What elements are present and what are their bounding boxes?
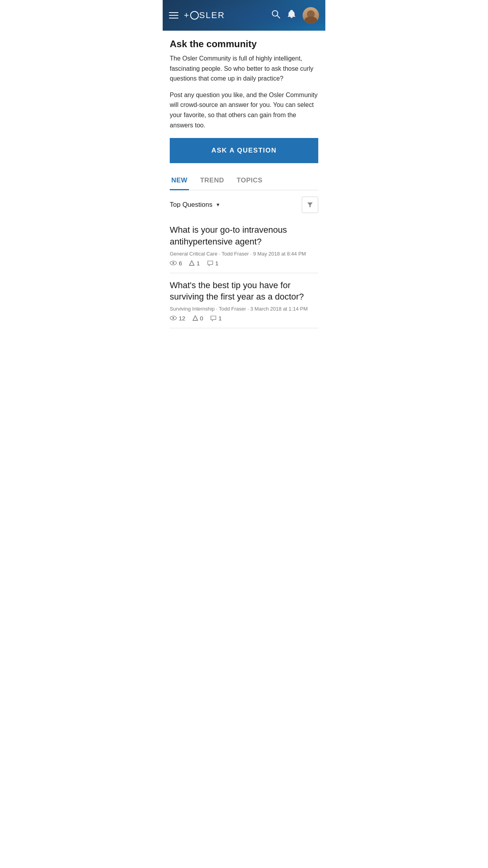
tab-new[interactable]: NEW xyxy=(170,173,189,190)
svg-point-7 xyxy=(172,317,174,319)
comment-count: 1 xyxy=(207,260,218,267)
svg-line-1 xyxy=(277,16,280,18)
tab-topics[interactable]: TOPICS xyxy=(235,173,264,190)
header-left: +SLER xyxy=(169,10,225,20)
view-count: 12 xyxy=(170,315,185,322)
ask-question-button[interactable]: ASK A QUESTION xyxy=(170,138,318,163)
filter-funnel-icon xyxy=(306,201,314,208)
svg-marker-8 xyxy=(193,316,198,320)
description-2: Post any question you like, and the Osle… xyxy=(170,90,318,130)
question-meta: Surviving Internship · Todd Fraser · 3 M… xyxy=(170,306,318,312)
hamburger-icon[interactable] xyxy=(169,12,178,18)
question-stats: 6 1 1 xyxy=(170,260,318,267)
svg-point-4 xyxy=(172,262,174,264)
app-header: +SLER xyxy=(163,0,325,31)
upvote-icon xyxy=(193,315,198,321)
question-title: What is your go-to intravenous antihyper… xyxy=(170,224,318,247)
question-meta: General Critical Care · Todd Fraser · 9 … xyxy=(170,251,318,257)
avatar[interactable] xyxy=(303,7,319,24)
svg-marker-2 xyxy=(307,202,313,207)
description-1: The Osler Community is full of highly in… xyxy=(170,53,318,84)
comment-count: 1 xyxy=(210,315,222,322)
question-item[interactable]: What is your go-to intravenous antihyper… xyxy=(170,218,318,273)
app-logo: +SLER xyxy=(184,10,225,20)
dropdown-arrow-icon: ▼ xyxy=(216,202,220,208)
upvote-count: 1 xyxy=(189,260,200,267)
comment-icon xyxy=(207,260,213,266)
question-title: What's the best tip you have for survivi… xyxy=(170,280,318,303)
search-icon[interactable] xyxy=(271,9,281,21)
comment-icon xyxy=(210,315,216,321)
filter-button[interactable] xyxy=(302,197,318,213)
view-count: 6 xyxy=(170,260,182,267)
tab-trend[interactable]: TREND xyxy=(198,173,226,190)
header-right xyxy=(271,7,319,24)
upvote-count: 0 xyxy=(193,315,203,322)
question-stats: 12 0 1 xyxy=(170,315,318,322)
svg-marker-5 xyxy=(189,261,194,265)
eye-icon xyxy=(170,315,177,321)
main-content: Ask the community The Osler Community is… xyxy=(163,31,325,328)
bell-icon[interactable] xyxy=(287,9,296,21)
filter-label[interactable]: Top Questions ▼ xyxy=(170,201,220,209)
question-item[interactable]: What's the best tip you have for survivi… xyxy=(170,273,318,328)
tab-bar: NEW TREND TOPICS xyxy=(170,173,318,190)
questions-list: What is your go-to intravenous antihyper… xyxy=(170,218,318,328)
filter-row: Top Questions ▼ xyxy=(170,190,318,218)
page-title: Ask the community xyxy=(170,39,318,50)
upvote-icon xyxy=(189,260,194,266)
eye-icon xyxy=(170,260,177,266)
